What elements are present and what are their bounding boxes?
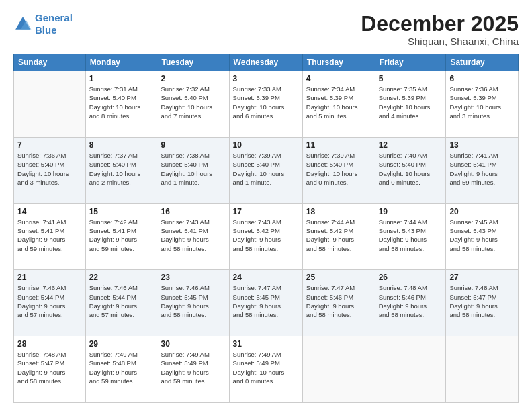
calendar-cell: 29Sunrise: 7:49 AMSunset: 5:48 PMDayligh…: [85, 336, 157, 403]
day-info: Sunrise: 7:39 AMSunset: 5:40 PMDaylight:…: [233, 151, 299, 187]
day-number: 31: [233, 339, 299, 349]
day-info: Sunrise: 7:37 AMSunset: 5:40 PMDaylight:…: [89, 151, 154, 187]
calendar-header: Sunday Monday Tuesday Wednesday Thursday…: [14, 54, 519, 71]
calendar-cell: 16Sunrise: 7:43 AMSunset: 5:41 PMDayligh…: [157, 203, 229, 270]
calendar-cell: 15Sunrise: 7:42 AMSunset: 5:41 PMDayligh…: [85, 203, 157, 270]
col-thursday: Thursday: [302, 54, 375, 71]
calendar-cell: 1Sunrise: 7:31 AMSunset: 5:40 PMDaylight…: [85, 71, 157, 138]
day-number: 9: [161, 140, 225, 150]
page: General Blue December 2025 Shiquan, Shaa…: [0, 0, 532, 411]
day-info: Sunrise: 7:39 AMSunset: 5:40 PMDaylight:…: [306, 151, 371, 187]
calendar-cell: 2Sunrise: 7:32 AMSunset: 5:40 PMDaylight…: [157, 71, 229, 138]
logo-line2: Blue: [35, 24, 57, 36]
day-info: Sunrise: 7:49 AMSunset: 5:49 PMDaylight:…: [233, 350, 299, 385]
logo-icon: [13, 15, 32, 34]
day-number: 10: [233, 140, 299, 150]
day-info: Sunrise: 7:38 AMSunset: 5:40 PMDaylight:…: [161, 151, 225, 187]
col-saturday: Saturday: [446, 54, 519, 71]
day-info: Sunrise: 7:34 AMSunset: 5:39 PMDaylight:…: [306, 85, 371, 120]
calendar-cell: 23Sunrise: 7:46 AMSunset: 5:45 PMDayligh…: [157, 270, 229, 336]
day-number: 29: [89, 339, 154, 349]
day-number: 16: [161, 207, 225, 216]
day-info: Sunrise: 7:49 AMSunset: 5:49 PMDaylight:…: [161, 350, 225, 385]
day-info: Sunrise: 7:41 AMSunset: 5:41 PMDaylight:…: [449, 151, 515, 187]
calendar-cell: 26Sunrise: 7:48 AMSunset: 5:46 PMDayligh…: [375, 270, 446, 336]
day-number: 2: [161, 74, 225, 83]
calendar-week-2: 7Sunrise: 7:36 AMSunset: 5:40 PMDaylight…: [14, 137, 519, 203]
calendar-cell: 9Sunrise: 7:38 AMSunset: 5:40 PMDaylight…: [157, 137, 229, 203]
day-number: 12: [379, 140, 443, 150]
header-row: Sunday Monday Tuesday Wednesday Thursday…: [14, 54, 519, 71]
day-number: 22: [89, 273, 154, 282]
calendar-cell: 8Sunrise: 7:37 AMSunset: 5:40 PMDaylight…: [85, 137, 157, 203]
day-number: 6: [449, 74, 515, 83]
day-number: 20: [449, 207, 515, 216]
calendar-body: 1Sunrise: 7:31 AMSunset: 5:40 PMDaylight…: [14, 71, 519, 403]
calendar-cell: [446, 336, 519, 403]
calendar: Sunday Monday Tuesday Wednesday Thursday…: [13, 54, 519, 403]
location: Shiquan, Shaanxi, China: [361, 36, 519, 47]
calendar-cell: 7Sunrise: 7:36 AMSunset: 5:40 PMDaylight…: [14, 137, 86, 203]
calendar-cell: [302, 336, 375, 403]
col-sunday: Sunday: [14, 54, 86, 71]
day-info: Sunrise: 7:33 AMSunset: 5:39 PMDaylight:…: [233, 85, 299, 120]
calendar-cell: 6Sunrise: 7:36 AMSunset: 5:39 PMDaylight…: [446, 71, 519, 138]
day-number: 7: [17, 140, 82, 150]
month-title: December 2025: [361, 12, 519, 36]
title-block: December 2025 Shiquan, Shaanxi, China: [361, 12, 519, 47]
calendar-cell: 17Sunrise: 7:43 AMSunset: 5:42 PMDayligh…: [229, 203, 302, 270]
day-info: Sunrise: 7:44 AMSunset: 5:42 PMDaylight:…: [306, 218, 371, 253]
logo-line1: General: [35, 12, 73, 24]
calendar-cell: [14, 71, 86, 138]
day-info: Sunrise: 7:35 AMSunset: 5:39 PMDaylight:…: [379, 85, 443, 120]
calendar-cell: 3Sunrise: 7:33 AMSunset: 5:39 PMDaylight…: [229, 71, 302, 138]
day-number: 25: [306, 273, 371, 282]
day-info: Sunrise: 7:48 AMSunset: 5:47 PMDaylight:…: [17, 350, 82, 385]
day-number: 14: [17, 207, 82, 216]
logo-text: General Blue: [35, 12, 73, 36]
day-number: 4: [306, 74, 371, 83]
day-number: 19: [379, 207, 443, 216]
day-number: 28: [17, 339, 82, 349]
day-info: Sunrise: 7:47 AMSunset: 5:45 PMDaylight:…: [233, 283, 299, 319]
day-number: 24: [233, 273, 299, 282]
day-info: Sunrise: 7:42 AMSunset: 5:41 PMDaylight:…: [89, 218, 154, 253]
day-info: Sunrise: 7:41 AMSunset: 5:41 PMDaylight:…: [17, 218, 82, 253]
calendar-cell: 20Sunrise: 7:45 AMSunset: 5:43 PMDayligh…: [446, 203, 519, 270]
header: General Blue December 2025 Shiquan, Shaa…: [13, 12, 519, 47]
calendar-cell: 27Sunrise: 7:48 AMSunset: 5:47 PMDayligh…: [446, 270, 519, 336]
day-info: Sunrise: 7:46 AMSunset: 5:44 PMDaylight:…: [17, 283, 82, 319]
calendar-cell: 10Sunrise: 7:39 AMSunset: 5:40 PMDayligh…: [229, 137, 302, 203]
calendar-cell: 21Sunrise: 7:46 AMSunset: 5:44 PMDayligh…: [14, 270, 86, 336]
day-info: Sunrise: 7:47 AMSunset: 5:46 PMDaylight:…: [306, 283, 371, 319]
day-info: Sunrise: 7:45 AMSunset: 5:43 PMDaylight:…: [449, 218, 515, 253]
day-info: Sunrise: 7:43 AMSunset: 5:41 PMDaylight:…: [161, 218, 225, 253]
calendar-cell: 5Sunrise: 7:35 AMSunset: 5:39 PMDaylight…: [375, 71, 446, 138]
day-number: 26: [379, 273, 443, 282]
col-wednesday: Wednesday: [229, 54, 302, 71]
calendar-cell: 13Sunrise: 7:41 AMSunset: 5:41 PMDayligh…: [446, 137, 519, 203]
calendar-cell: 31Sunrise: 7:49 AMSunset: 5:49 PMDayligh…: [229, 336, 302, 403]
day-info: Sunrise: 7:46 AMSunset: 5:45 PMDaylight:…: [161, 283, 225, 319]
day-number: 30: [161, 339, 225, 349]
calendar-cell: 24Sunrise: 7:47 AMSunset: 5:45 PMDayligh…: [229, 270, 302, 336]
calendar-cell: 28Sunrise: 7:48 AMSunset: 5:47 PMDayligh…: [14, 336, 86, 403]
day-number: 5: [379, 74, 443, 83]
calendar-cell: 14Sunrise: 7:41 AMSunset: 5:41 PMDayligh…: [14, 203, 86, 270]
calendar-week-3: 14Sunrise: 7:41 AMSunset: 5:41 PMDayligh…: [14, 203, 519, 270]
calendar-cell: [375, 336, 446, 403]
day-number: 17: [233, 207, 299, 216]
day-info: Sunrise: 7:43 AMSunset: 5:42 PMDaylight:…: [233, 218, 299, 253]
calendar-cell: 4Sunrise: 7:34 AMSunset: 5:39 PMDaylight…: [302, 71, 375, 138]
calendar-week-5: 28Sunrise: 7:48 AMSunset: 5:47 PMDayligh…: [14, 336, 519, 403]
col-tuesday: Tuesday: [157, 54, 229, 71]
day-info: Sunrise: 7:36 AMSunset: 5:40 PMDaylight:…: [17, 151, 82, 187]
day-number: 27: [449, 273, 515, 282]
day-info: Sunrise: 7:48 AMSunset: 5:46 PMDaylight:…: [379, 283, 443, 319]
calendar-week-1: 1Sunrise: 7:31 AMSunset: 5:40 PMDaylight…: [14, 71, 519, 138]
col-friday: Friday: [375, 54, 446, 71]
day-number: 3: [233, 74, 299, 83]
day-info: Sunrise: 7:31 AMSunset: 5:40 PMDaylight:…: [89, 85, 154, 120]
day-info: Sunrise: 7:40 AMSunset: 5:40 PMDaylight:…: [379, 151, 443, 187]
calendar-cell: 25Sunrise: 7:47 AMSunset: 5:46 PMDayligh…: [302, 270, 375, 336]
